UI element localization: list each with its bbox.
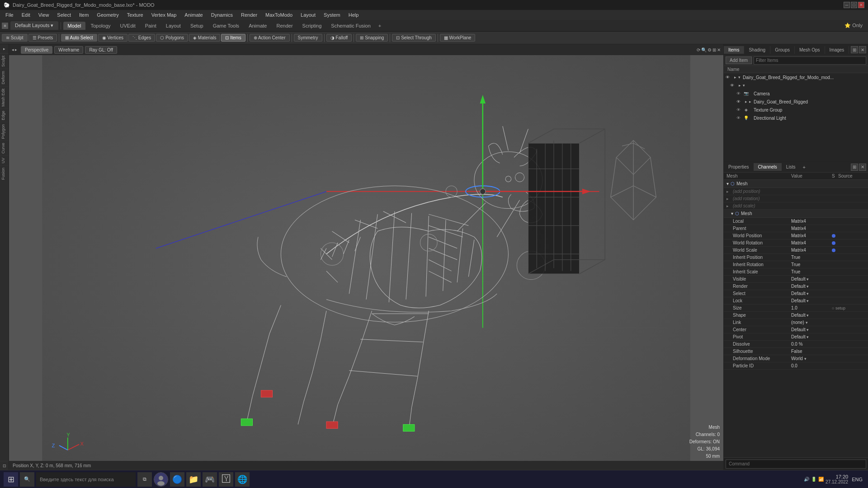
presets-button[interactable]: ☰ Presets bbox=[28, 34, 57, 42]
items-tab-shading[interactable]: Shading bbox=[744, 46, 770, 54]
item-name[interactable]: Dairy_Goat_Breed_Rigged_for_Modo_mod... bbox=[743, 75, 866, 80]
prop-close-btn[interactable]: ✕ bbox=[859, 164, 866, 171]
language-indicator[interactable]: ENG bbox=[850, 477, 864, 482]
vp-reset-btn[interactable]: ⟳ bbox=[697, 47, 700, 52]
left-tb-top-btn[interactable]: ▸ bbox=[0, 44, 9, 53]
taskbar-app3[interactable]: 🎮 bbox=[203, 472, 217, 487]
tab-render[interactable]: Render bbox=[272, 22, 297, 30]
vp-settings-btn[interactable]: ⚙ bbox=[708, 47, 712, 52]
dropdown-arrow[interactable]: ▾ bbox=[806, 320, 808, 325]
close-button[interactable]: ✕ bbox=[858, 2, 864, 8]
eye-icon[interactable]: 👁 bbox=[736, 91, 743, 96]
tab-uvedit[interactable]: UVEdit bbox=[116, 22, 140, 30]
tab-layout[interactable]: Layout bbox=[161, 22, 185, 30]
add-item-button[interactable]: Add Item bbox=[726, 56, 752, 64]
dropdown-arrow[interactable]: ▾ bbox=[807, 328, 809, 332]
prop-expand-btn[interactable]: ⊞ bbox=[851, 164, 858, 171]
snapping-button[interactable]: ⊞ Snapping bbox=[356, 34, 388, 42]
menu-render[interactable]: Render bbox=[237, 11, 261, 19]
tab-default-layouts[interactable]: Default Layouts ▾ bbox=[10, 21, 58, 30]
menu-geometry[interactable]: Geometry bbox=[93, 11, 122, 19]
tab-animate[interactable]: Animate bbox=[244, 22, 271, 30]
items-button[interactable]: ⊡ Items bbox=[221, 34, 245, 42]
prop-value[interactable]: Matrix4 bbox=[791, 226, 832, 231]
sculpt-button[interactable]: ≋ Sculpt bbox=[2, 34, 28, 42]
ray-gl-button[interactable]: Ray GL: Off bbox=[85, 46, 117, 54]
maximize-button[interactable]: □ bbox=[851, 2, 857, 8]
prop-toggle[interactable]: ▸ bbox=[726, 189, 731, 194]
taskbar-search-box[interactable]: Введите здесь текст для поиска bbox=[36, 472, 136, 487]
menu-system[interactable]: System bbox=[320, 11, 344, 19]
prop-value[interactable]: Default ▾ bbox=[791, 284, 832, 289]
menu-file[interactable]: File bbox=[2, 11, 17, 19]
prop-value[interactable]: Default ▾ bbox=[791, 298, 832, 303]
left-tb-bottom-btn[interactable]: ⊡ bbox=[0, 461, 9, 470]
dropdown-arrow[interactable]: ▾ bbox=[807, 291, 809, 296]
dropdown-arrow[interactable]: ▾ bbox=[807, 335, 809, 339]
list-item[interactable]: 👁 📷 Camera bbox=[724, 89, 868, 98]
taskbar-app2[interactable]: 📁 bbox=[186, 472, 201, 487]
prop-value[interactable]: Default ▾ bbox=[791, 334, 832, 339]
item-expand-icon[interactable]: ▾ bbox=[743, 83, 747, 88]
items-close-btn[interactable]: ✕ bbox=[859, 46, 866, 53]
prop-toggle[interactable]: ▸ bbox=[726, 204, 731, 208]
menu-view[interactable]: View bbox=[35, 11, 53, 19]
left-tb-deform[interactable]: Deform bbox=[0, 69, 9, 86]
menu-dynamics[interactable]: Dynamics bbox=[208, 11, 236, 19]
prop-value[interactable]: Default ▾ bbox=[791, 277, 832, 282]
vp-zoom-btn[interactable]: 🔍 bbox=[701, 47, 707, 52]
menu-layout[interactable]: Layout bbox=[297, 11, 319, 19]
mesh-subsection-header[interactable]: ▾ ⬡ Mesh bbox=[724, 210, 868, 218]
tab-topology[interactable]: Topology bbox=[86, 22, 115, 30]
taskbar-task-view-btn[interactable]: ⧉ bbox=[137, 472, 152, 487]
dropdown-arrow[interactable]: ▾ bbox=[807, 284, 809, 289]
tab-add-button[interactable]: + bbox=[376, 22, 384, 30]
menu-maxtomodo[interactable]: MaxToModo bbox=[262, 11, 296, 19]
tab-setup[interactable]: Setup bbox=[186, 22, 208, 30]
list-item[interactable]: 👁 ▸ ▸ Dairy_Goat_Breed_Rigged bbox=[724, 98, 868, 106]
eye-icon[interactable]: 👁 bbox=[736, 108, 743, 112]
tab-scripting[interactable]: Scripting bbox=[298, 22, 326, 30]
prop-tab-channels[interactable]: Channels bbox=[754, 163, 782, 171]
dropdown-arrow[interactable]: ▾ bbox=[807, 299, 809, 303]
materials-button[interactable]: ◈ Materials bbox=[189, 34, 220, 42]
auto-select-button[interactable]: ⊞ Auto Select bbox=[61, 34, 97, 42]
items-tab-groups[interactable]: Groups bbox=[770, 46, 795, 54]
prop-tab-properties[interactable]: Properties bbox=[724, 163, 754, 171]
vp-expand-btn[interactable]: ⊞ bbox=[712, 47, 716, 52]
filter-items-input[interactable] bbox=[754, 56, 866, 65]
vertices-button[interactable]: ◉ Vertices bbox=[98, 34, 127, 42]
clock[interactable]: 17:20 27.12.2022 bbox=[826, 474, 848, 484]
action-center-button[interactable]: ⊕ Action Center bbox=[250, 34, 290, 42]
list-item[interactable]: 👁 ◈ Texture Group bbox=[724, 106, 868, 114]
wireframe-button[interactable]: Wireframe bbox=[54, 46, 83, 54]
layout-icon[interactable]: ≡ bbox=[2, 23, 8, 29]
prop-tab-lists[interactable]: Lists bbox=[782, 163, 800, 171]
channel-dot[interactable] bbox=[832, 249, 835, 252]
channel-dot[interactable] bbox=[832, 234, 835, 238]
viewport-fwd-btn[interactable]: ▸ bbox=[15, 47, 17, 52]
item-name[interactable]: Dairy_Goat_Breed_Rigged bbox=[754, 99, 866, 104]
symmetry-button[interactable]: Symmetry bbox=[294, 34, 322, 42]
prop-value[interactable]: True bbox=[791, 255, 832, 260]
left-tb-edge[interactable]: Edge bbox=[0, 108, 9, 122]
mesh-section-header[interactable]: ▾ ⬡ Mesh bbox=[724, 180, 868, 188]
prop-value[interactable]: True bbox=[791, 262, 832, 267]
dropdown-arrow[interactable]: ▾ bbox=[807, 313, 809, 318]
command-input[interactable] bbox=[726, 460, 866, 469]
prop-value[interactable]: 0.0 % bbox=[791, 342, 832, 347]
list-item[interactable]: 👁 💡 Directional Light bbox=[724, 114, 868, 122]
prop-value[interactable]: 0.0 bbox=[791, 363, 832, 368]
left-tb-polygon[interactable]: Polygon bbox=[0, 122, 9, 141]
left-tb-fusion[interactable]: Fusion bbox=[0, 165, 9, 182]
titlebar-controls[interactable]: ─ □ ✕ bbox=[844, 2, 864, 8]
perspective-button[interactable]: Perspective bbox=[21, 46, 52, 54]
prop-value[interactable]: False bbox=[791, 349, 832, 354]
prop-value[interactable]: Matrix4 bbox=[791, 248, 832, 253]
items-expand-btn[interactable]: ⊞ bbox=[851, 46, 858, 53]
items-tab-mesh-ops[interactable]: Mesh Ops bbox=[795, 46, 825, 54]
prop-tab-add-btn[interactable]: + bbox=[800, 163, 808, 171]
items-tab-items[interactable]: Items bbox=[724, 46, 744, 54]
taskbar-app5[interactable]: 🌐 bbox=[235, 472, 250, 487]
taskbar-app4[interactable]: 🅈 bbox=[219, 472, 233, 487]
